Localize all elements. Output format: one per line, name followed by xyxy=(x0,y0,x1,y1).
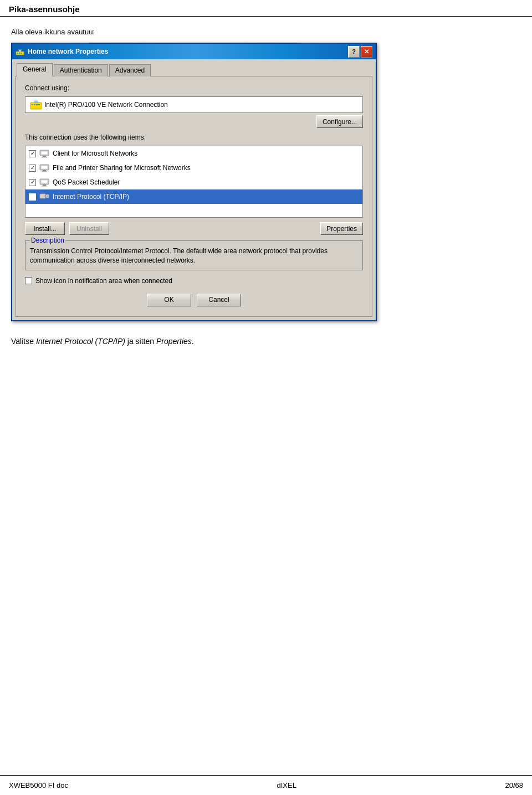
svg-rect-18 xyxy=(41,166,48,169)
list-item[interactable]: Client for Microsoft Networks xyxy=(25,146,362,161)
buttons-row: Install... Uninstall Properties xyxy=(25,222,363,235)
tab-authentication[interactable]: Authentication xyxy=(54,64,108,76)
help-button[interactable]: ? xyxy=(348,46,360,58)
connect-using-box: Intel(R) PRO/100 VE Network Connection xyxy=(25,96,363,113)
uninstall-button[interactable]: Uninstall xyxy=(69,222,109,235)
page-title: Pika-asennusohje xyxy=(9,4,523,14)
network-icon xyxy=(16,47,24,56)
properties-button[interactable]: Properties xyxy=(320,222,363,235)
tab-advanced[interactable]: Advanced xyxy=(109,64,151,76)
svg-rect-15 xyxy=(43,156,46,157)
dialog-body: Connect using: Intel(R) PRO/100 xyxy=(16,76,372,317)
svg-rect-9 xyxy=(34,104,35,105)
adapter-icon xyxy=(30,100,41,109)
page-footer: XWEB5000 FI doc dIXEL 20/68 xyxy=(0,775,532,795)
svg-rect-3 xyxy=(21,53,22,54)
checkbox-tcp[interactable] xyxy=(29,193,36,201)
svg-rect-4 xyxy=(19,50,21,52)
svg-rect-16 xyxy=(42,157,47,158)
ok-cancel-row: OK Cancel xyxy=(25,290,363,309)
body-text-suffix: . xyxy=(192,337,194,346)
titlebar-left: Home network Properties xyxy=(16,47,108,56)
svg-rect-24 xyxy=(42,186,47,187)
file-icon xyxy=(39,163,49,172)
footer-right: 20/68 xyxy=(505,781,523,789)
svg-rect-27 xyxy=(46,194,49,198)
dialog-title: Home network Properties xyxy=(28,48,108,55)
checkbox-client[interactable] xyxy=(29,150,36,157)
configure-button[interactable]: Configure... xyxy=(316,115,363,128)
svg-rect-12 xyxy=(34,101,38,102)
checkbox-qos[interactable] xyxy=(29,179,36,186)
svg-rect-14 xyxy=(41,151,48,155)
list-item[interactable]: QoS Packet Scheduler xyxy=(25,175,362,189)
items-list-box[interactable]: Client for Microsoft Networks xyxy=(25,146,363,218)
page-subtitle: Alla oleva ikkuna avautuu: xyxy=(11,28,521,36)
description-legend: Description xyxy=(30,237,65,244)
footer-left: XWEB5000 FI doc xyxy=(9,781,68,789)
cancel-button[interactable]: Cancel xyxy=(197,294,241,306)
description-text: Transmission Control Protocol/Internet P… xyxy=(30,247,358,265)
checkbox-file[interactable] xyxy=(29,165,36,172)
body-text-italic2: Properties xyxy=(156,337,192,346)
body-text-middle: ja sitten xyxy=(125,337,156,346)
page-header: Pika-asennusohje xyxy=(0,0,532,17)
connect-using-value: Intel(R) PRO/100 VE Network Connection xyxy=(44,101,168,109)
close-button[interactable]: ✕ xyxy=(361,46,372,58)
body-text: Valitse Internet Protocol (TCP/IP) ja si… xyxy=(11,337,521,346)
list-item-label: Client for Microsoft Networks xyxy=(53,150,137,157)
tcp-icon xyxy=(39,192,49,201)
client-icon xyxy=(39,149,49,158)
description-group: Description Transmission Control Protoco… xyxy=(25,240,363,270)
svg-rect-8 xyxy=(32,104,33,105)
svg-rect-7 xyxy=(30,102,42,109)
notification-label: Show icon in notification area when conn… xyxy=(35,277,172,285)
svg-rect-19 xyxy=(43,170,46,171)
list-item[interactable]: File and Printer Sharing for Microsoft N… xyxy=(25,161,362,175)
tab-bar: General Authentication Advanced xyxy=(12,59,376,76)
list-item-label: File and Printer Sharing for Microsoft N… xyxy=(53,164,191,172)
body-text-italic1: Internet Protocol (TCP/IP) xyxy=(36,337,125,346)
svg-rect-11 xyxy=(38,104,40,105)
notification-row[interactable]: Show icon in notification area when conn… xyxy=(25,277,363,285)
list-item-label: Internet Protocol (TCP/IP) xyxy=(53,193,129,201)
svg-rect-23 xyxy=(43,184,46,186)
install-button[interactable]: Install... xyxy=(25,222,65,235)
list-item-tcp[interactable]: Internet Protocol (TCP/IP) xyxy=(25,189,362,204)
dialog: Home network Properties ? ✕ General Auth… xyxy=(11,43,377,321)
list-item-label: QoS Packet Scheduler xyxy=(53,178,120,186)
svg-rect-2 xyxy=(19,53,20,54)
tab-general[interactable]: General xyxy=(17,63,53,76)
body-text-prefix: Valitse xyxy=(11,337,36,346)
titlebar: Home network Properties ? ✕ xyxy=(12,44,376,59)
page-content: Alla oleva ikkuna avautuu: xyxy=(0,17,532,359)
svg-rect-20 xyxy=(42,171,47,172)
qos-icon xyxy=(39,178,49,187)
svg-rect-1 xyxy=(17,53,18,54)
dialog-wrapper: Home network Properties ? ✕ General Auth… xyxy=(11,43,377,321)
connect-using-label: Connect using: xyxy=(25,84,363,92)
ok-button[interactable]: OK xyxy=(147,294,191,306)
items-label: This connection uses the following items… xyxy=(25,134,363,141)
svg-rect-22 xyxy=(41,180,48,183)
notification-checkbox[interactable] xyxy=(25,277,32,284)
svg-rect-10 xyxy=(36,104,38,105)
titlebar-buttons: ? ✕ xyxy=(348,46,372,58)
footer-center: dIXEL xyxy=(277,781,296,789)
configure-row: Configure... xyxy=(25,115,363,128)
